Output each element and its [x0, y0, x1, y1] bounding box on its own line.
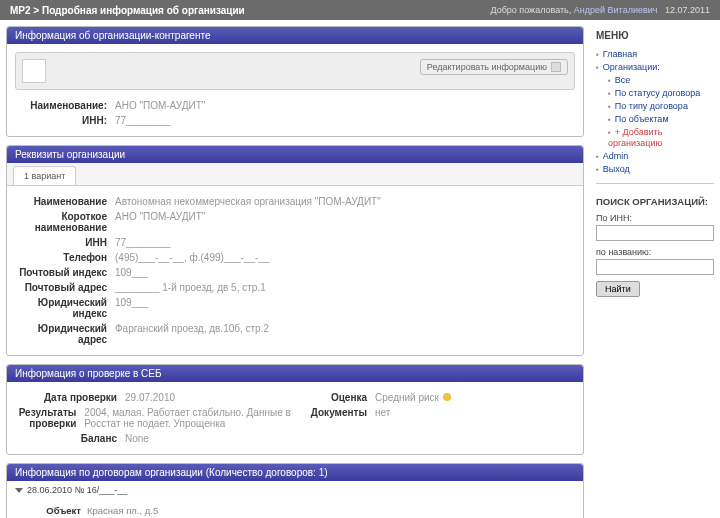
menu-exit[interactable]: Выход	[603, 164, 630, 174]
seb-value: нет	[375, 407, 390, 418]
seb-label: Баланс	[15, 433, 125, 444]
search-title: ПОИСК ОРГАНИЗАЦИЙ:	[596, 196, 714, 207]
panel-seb: Информация о проверке в СЕБ Дата проверк…	[6, 364, 584, 455]
contract-value: Красная пл., д.5	[87, 505, 167, 516]
topbar: MP2 > Подробная информация об организаци…	[0, 0, 720, 20]
req-label: Телефон	[15, 252, 115, 263]
req-value: 109___	[115, 297, 148, 319]
chevron-down-icon	[15, 488, 23, 493]
menu-by-status[interactable]: По статусу договора	[615, 88, 700, 98]
menu-org[interactable]: Организации:	[603, 62, 660, 72]
req-tabs: 1 вариант	[7, 163, 583, 186]
menu: МЕНЮ Главная Организации: Все По статусу…	[596, 30, 714, 175]
breadcrumb: MP2 > Подробная информация об организаци…	[10, 5, 245, 16]
panel-header: Информация по договорам организации (Кол…	[7, 464, 583, 481]
req-label: Наименование	[15, 196, 115, 207]
req-value: ________ 1-й проезд, дв 5, стр.1	[115, 282, 266, 293]
seb-value: None	[125, 433, 149, 444]
panel-header: Информация об организации-контрагенте	[7, 27, 583, 44]
contract-title: 28.06.2010 № 16/___-__	[27, 485, 127, 495]
req-label: Почтовый адрес	[15, 282, 115, 293]
seb-label: Документы	[295, 407, 375, 418]
org-logo-placeholder	[22, 59, 46, 83]
edit-icon	[551, 62, 561, 72]
risk-indicator-icon	[443, 393, 451, 401]
search-button[interactable]: Найти	[596, 281, 640, 297]
req-label: Юридический адрес	[15, 323, 115, 345]
inn-label: ИНН:	[15, 115, 115, 126]
panel-header: Информация о проверке в СЕБ	[7, 365, 583, 382]
menu-add-org[interactable]: + Добавить организацию	[608, 127, 662, 148]
seb-value: 29.07.2010	[125, 392, 175, 403]
panel-header: Реквизиты организации	[7, 146, 583, 163]
menu-by-object[interactable]: По объектам	[615, 114, 669, 124]
seb-value: Средний риск	[375, 392, 451, 403]
org-header-row: Редактировать информацию	[15, 52, 575, 90]
contract-label: Объект	[7, 505, 87, 516]
inn-value: 77________	[115, 115, 171, 126]
req-value: АНО "ПОМ-АУДИТ"	[115, 211, 205, 233]
seb-value: 2004, малая. Работает стабильно. Данные …	[84, 407, 295, 429]
menu-admin[interactable]: Admin	[603, 151, 629, 161]
welcome-block: Добро пожаловать, Андрей Виталиевич 12.0…	[490, 5, 710, 15]
search-name-label: по названию:	[596, 247, 714, 257]
seb-label: Результаты проверки	[15, 407, 84, 429]
req-label: Почтовый индекс	[15, 267, 115, 278]
search-name-input[interactable]	[596, 259, 714, 275]
panel-org-info: Информация об организации-контрагенте Ре…	[6, 26, 584, 137]
menu-all[interactable]: Все	[615, 75, 631, 85]
name-label: Наименование:	[15, 100, 115, 111]
search-inn-input[interactable]	[596, 225, 714, 241]
name-value: АНО "ПОМ-АУДИТ"	[115, 100, 205, 111]
username[interactable]: Андрей Виталиевич	[574, 5, 658, 15]
edit-info-button[interactable]: Редактировать информацию	[420, 59, 568, 75]
seb-label: Дата проверки	[15, 392, 125, 403]
panel-requisites: Реквизиты организации 1 вариант Наименов…	[6, 145, 584, 356]
date: 12.07.2011	[665, 5, 710, 15]
req-label: Короткое наименование	[15, 211, 115, 233]
search-inn-label: По ИНН:	[596, 213, 714, 223]
panel-contracts: Информация по договорам организации (Кол…	[6, 463, 584, 518]
search-block: ПОИСК ОРГАНИЗАЦИЙ: По ИНН: по названию: …	[596, 196, 714, 297]
menu-title: МЕНЮ	[596, 30, 714, 41]
req-label: ИНН	[15, 237, 115, 248]
req-value: (495)___-__-__, ф.(499)___-__-__	[115, 252, 269, 263]
seb-label: Оценка	[295, 392, 375, 403]
req-value: Автономная некоммерческая организация "П…	[115, 196, 381, 207]
menu-main[interactable]: Главная	[603, 49, 637, 59]
req-label: Юридический индекс	[15, 297, 115, 319]
menu-by-type[interactable]: По типу договора	[615, 101, 688, 111]
contract-toggle[interactable]: 28.06.2010 № 16/___-__	[7, 481, 583, 499]
tab-variant-1[interactable]: 1 вариант	[13, 166, 76, 185]
req-value: Фарганский проезд, дв.10б, стр.2	[115, 323, 269, 345]
req-value: 109___	[115, 267, 148, 278]
req-value: 77________	[115, 237, 171, 248]
